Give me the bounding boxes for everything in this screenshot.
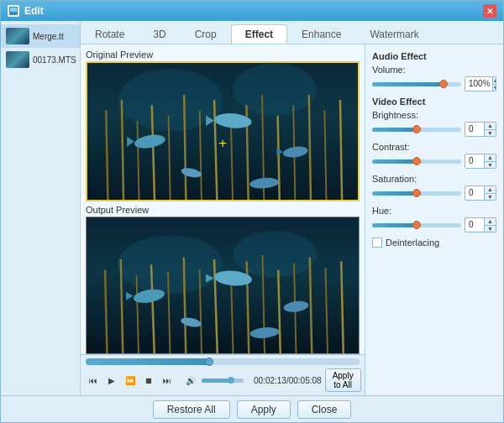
hue-spin-down[interactable]: ▼ — [485, 226, 496, 232]
svg-rect-1 — [10, 8, 17, 12]
progress-bar[interactable] — [86, 358, 360, 365]
volume-bar[interactable] — [202, 379, 244, 383]
volume-spin-value: 100% — [465, 77, 492, 91]
sidebar-thumb-mts — [6, 51, 29, 68]
sidebar: Merge.tt 00173.MTS — [1, 21, 81, 395]
contrast-slider-track[interactable] — [372, 159, 461, 164]
main-row: Merge.tt 00173.MTS Rotate 3D Crop Effect — [1, 21, 503, 395]
output-video-bg — [87, 217, 359, 354]
editor-area: Original Preview — [81, 44, 503, 395]
restore-all-button[interactable]: Restore All — [153, 400, 230, 419]
brightness-slider-track[interactable] — [372, 128, 461, 132]
time-display: 00:02:13/00:05:08 — [254, 376, 322, 385]
content-area: Merge.tt 00173.MTS Rotate 3D Crop Effect — [1, 21, 503, 422]
sidebar-thumb-merge — [6, 28, 29, 44]
saturation-label: Saturation: — [372, 174, 496, 184]
sidebar-item-mts[interactable]: 00173.MTS — [1, 48, 80, 71]
svg-point-32 — [234, 231, 318, 277]
hue-spin-arrows[interactable]: ▲ ▼ — [484, 218, 496, 232]
fast-forward-button[interactable]: ⏩ — [123, 373, 138, 388]
video-section-title: Video Effect — [372, 97, 496, 107]
apply-to-all-button[interactable]: Apply to All — [325, 368, 361, 392]
saturation-slider-thumb — [412, 189, 421, 197]
brightness-label: Brightness: — [372, 110, 496, 120]
saturation-spin-value: 0 — [465, 186, 484, 200]
saturation-spin[interactable]: 0 ▲ ▼ — [465, 185, 496, 201]
output-preview — [86, 217, 360, 355]
close-window-button[interactable]: ✕ — [483, 4, 496, 18]
brightness-slider-row: 0 ▲ ▼ — [372, 122, 496, 137]
video-panels: Original Preview — [81, 44, 365, 354]
sidebar-item-mts-label: 00173.MTS — [33, 55, 76, 65]
hue-spin-up[interactable]: ▲ — [485, 218, 496, 226]
contrast-spin[interactable]: 0 ▲ ▼ — [465, 154, 496, 169]
brightness-spin[interactable]: 0 ▲ ▼ — [465, 122, 496, 137]
volume-slider-row: 100% ▲ ▼ — [372, 76, 496, 91]
edit-window: Edit ✕ Merge.tt 00173.MTS — [0, 0, 504, 423]
svg-rect-30 — [87, 217, 359, 354]
audio-section-title: Audio Effect — [372, 51, 496, 61]
svg-point-31 — [118, 235, 223, 294]
saturation-slider-fill — [372, 191, 417, 196]
title-bar: Edit ✕ — [1, 1, 503, 21]
saturation-spin-down[interactable]: ▼ — [485, 194, 496, 201]
apply-button[interactable]: Apply — [237, 400, 291, 419]
volume-spin-arrows[interactable]: ▲ ▼ — [492, 77, 496, 91]
contrast-spin-down[interactable]: ▼ — [485, 162, 496, 169]
volume-fill — [202, 379, 231, 383]
deinterlacing-checkbox[interactable] — [372, 238, 382, 248]
volume-slider-fill — [372, 82, 444, 86]
contrast-spin-up[interactable]: ▲ — [485, 154, 496, 162]
saturation-slider-row: 0 ▲ ▼ — [372, 185, 496, 201]
contrast-label: Contrast: — [372, 142, 496, 152]
sidebar-item-merge[interactable]: Merge.tt — [1, 24, 80, 48]
saturation-spin-up[interactable]: ▲ — [485, 186, 496, 194]
contrast-slider-thumb — [412, 157, 421, 165]
hue-slider-thumb — [412, 221, 421, 229]
tab-effect[interactable]: Effect — [231, 24, 287, 44]
original-preview: + — [86, 61, 360, 201]
saturation-spin-arrows[interactable]: ▲ ▼ — [484, 186, 496, 200]
sidebar-item-merge-label: Merge.tt — [33, 32, 64, 41]
stop-button[interactable]: ⏹ — [141, 373, 156, 388]
skip-start-button[interactable]: ⏮ — [86, 373, 101, 388]
volume-spin-down[interactable]: ▼ — [493, 85, 496, 91]
volume-slider-thumb — [439, 80, 448, 88]
contrast-spin-arrows[interactable]: ▲ ▼ — [484, 154, 496, 168]
volume-icon[interactable]: 🔊 — [183, 373, 198, 388]
hue-spin-value: 0 — [465, 218, 484, 232]
deinterlacing-row: Deinterlacing — [372, 238, 496, 248]
original-preview-label: Original Preview — [86, 50, 360, 60]
brightness-slider-fill — [372, 128, 417, 132]
volume-label: Volume: — [372, 65, 496, 75]
hue-label: Hue: — [372, 206, 496, 216]
skip-end-button[interactable]: ⏭ — [160, 373, 175, 388]
brightness-slider-thumb — [412, 125, 421, 133]
hue-spin[interactable]: 0 ▲ ▼ — [465, 217, 496, 232]
bottom-bar: Restore All Apply Close — [1, 395, 503, 422]
hue-slider-track[interactable] — [372, 223, 461, 227]
volume-spin-up[interactable]: ▲ — [493, 77, 496, 85]
brightness-spin-arrows[interactable]: ▲ ▼ — [484, 123, 496, 136]
output-preview-label: Output Preview — [86, 205, 360, 215]
volume-row: 🔊 — [183, 373, 244, 388]
brightness-spin-up[interactable]: ▲ — [485, 123, 496, 130]
volume-spin[interactable]: 100% ▲ ▼ — [465, 76, 496, 91]
deinterlacing-label: Deinterlacing — [386, 238, 439, 248]
tab-bar: Rotate 3D Crop Effect Enhance Watermark — [81, 21, 503, 44]
tab-crop[interactable]: Crop — [181, 24, 231, 44]
contrast-spin-value: 0 — [465, 154, 484, 168]
volume-slider-track[interactable] — [372, 82, 461, 86]
play-button[interactable]: ▶ — [104, 373, 119, 388]
tab-rotate[interactable]: Rotate — [81, 24, 139, 44]
contrast-slider-row: 0 ▲ ▼ — [372, 154, 496, 169]
close-button[interactable]: Close — [297, 400, 352, 419]
tab-3d[interactable]: 3D — [139, 24, 180, 44]
brightness-spin-down[interactable]: ▼ — [485, 130, 496, 137]
tab-enhance[interactable]: Enhance — [287, 24, 355, 44]
playback-area: ⏮ ▶ ⏩ ⏹ ⏭ 🔊 — [81, 354, 365, 395]
original-video-bg: + — [87, 63, 358, 200]
tab-watermark[interactable]: Watermark — [355, 24, 433, 44]
saturation-slider-track[interactable] — [372, 191, 461, 196]
volume-thumb — [228, 377, 234, 384]
